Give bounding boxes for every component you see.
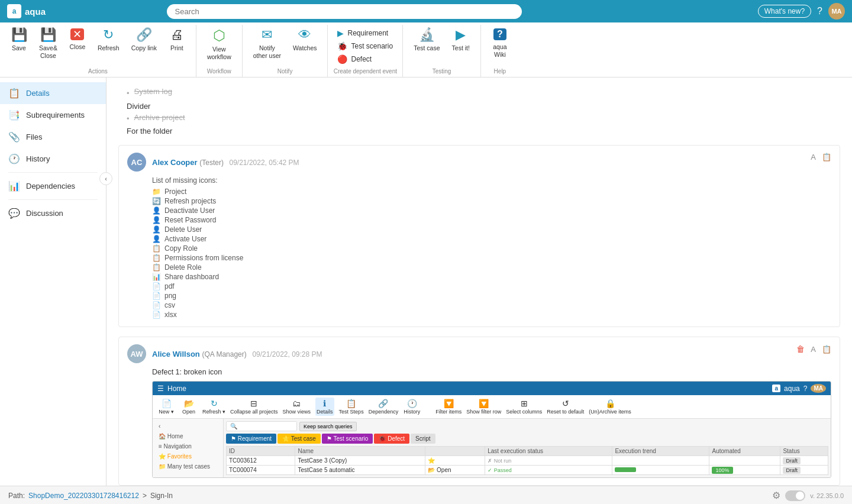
path-page: Sign-In	[150, 492, 173, 500]
watches-icon: 👁	[298, 28, 311, 41]
screenshot-tabs: ⚑ Requirement ⭐ Test case ⚑ Test scenari…	[226, 434, 828, 444]
ss-many-test-cases-item[interactable]: 📁 Many test cases	[155, 461, 221, 471]
close-button[interactable]: ✕ Close	[64, 25, 91, 63]
create-test-scenario-button[interactable]: 🐞 Test scenario	[335, 40, 395, 52]
ss-dependency-button[interactable]: 🔗 Dependency	[369, 399, 399, 415]
ss-archive-button[interactable]: 🔒 (Un)Archive items	[589, 399, 631, 415]
sidebar-item-files[interactable]: 📎 Files	[0, 126, 106, 148]
ss-open-button[interactable]: 📂 Open	[180, 399, 198, 415]
app-name: aqua	[25, 7, 46, 17]
list-item: 🔄Refresh projects	[152, 196, 831, 206]
sidebar-item-details[interactable]: 📋 Details	[0, 82, 106, 104]
test-it-button[interactable]: ▶ Test it!	[447, 25, 475, 64]
comment-edit-mode-button-2[interactable]: 📋	[821, 343, 832, 355]
comment-body-1: List of missing icons: 📁Project 🔄Refresh…	[152, 176, 831, 319]
create-defect-button[interactable]: 🔴 Defect	[335, 53, 395, 65]
sidebar-label-discussion: Discussion	[26, 209, 63, 218]
sidebar-item-discussion[interactable]: 💬 Discussion	[0, 202, 106, 224]
comment-edit-mode-button-1[interactable]: 📋	[821, 151, 832, 163]
notify-other-user-button[interactable]: ✉ Notifyother user	[248, 25, 286, 71]
ss-history-button[interactable]: 🕐 History	[403, 399, 421, 415]
ss-favorites-item[interactable]: ⭐ Favorites	[155, 451, 221, 461]
ss-tab-testcase[interactable]: ⭐ Test case	[277, 434, 321, 444]
list-item: 📄xlsx	[152, 310, 831, 319]
copy-icon: 🔗	[136, 28, 152, 41]
ribbon-group-actions: 💾 Save 💾 Save&Close ✕ Close ↻ Refresh 🔗 …	[0, 25, 196, 77]
list-item: 📊Share dashboard	[152, 272, 831, 282]
ss-filter-items-button[interactable]: 🔽 Filter items	[435, 399, 462, 415]
sidebar-item-history[interactable]: 🕐 History	[0, 148, 106, 170]
ribbon-group-notify: ✉ Notifyother user 👁 Watches Notify	[243, 25, 328, 77]
ss-open-icon: 📂	[184, 399, 194, 408]
ss-collapse-button[interactable]: ⊟ Collapse all projects	[230, 399, 278, 415]
ss-details-button[interactable]: ℹ Details	[315, 398, 334, 416]
test-case-button[interactable]: 🔬 Test case	[409, 25, 444, 64]
ss-tab-script[interactable]: Script	[411, 434, 435, 444]
aqua-wiki-button[interactable]: ? aquaWiki	[487, 25, 513, 70]
settings-icon[interactable]: ⚙	[772, 490, 780, 501]
view-workflow-button[interactable]: ⬡ Viewworkflow	[202, 25, 236, 72]
ss-tab-requirement[interactable]: ⚑ Requirement	[226, 434, 276, 444]
list-item: 📋Permissions from license	[152, 253, 831, 263]
create-requirement-button[interactable]: ▶ Requirement	[335, 27, 395, 39]
ss-select-columns-button[interactable]: ⊞ Select columns	[506, 399, 542, 415]
comment-time-1: 09/21/2022, 05:42 PM	[230, 159, 299, 167]
sidebar-label-details: Details	[26, 89, 50, 98]
ss-avatar-icon: MA	[811, 384, 826, 393]
avatar[interactable]: MA	[828, 3, 845, 20]
path-link[interactable]: ShopDemo_202203301728416212	[28, 492, 139, 500]
ss-new-button[interactable]: 📄 New ▾	[157, 399, 175, 415]
history-icon: 🕐	[8, 153, 20, 164]
screenshot-table: ID Name Last execution status Execution …	[226, 446, 828, 475]
print-button[interactable]: 🖨 Print	[164, 25, 190, 64]
ss-back-button[interactable]: ‹	[155, 421, 221, 431]
sidebar-item-dependencies[interactable]: 📊 Dependencies	[0, 175, 106, 197]
search-container	[167, 4, 522, 19]
folder-label: For the folder	[127, 127, 840, 135]
comment-body-title-1: List of missing icons:	[152, 176, 831, 185]
ss-reset-default-button[interactable]: ↺ Reset to default	[547, 399, 584, 415]
whats-new-button[interactable]: What's new?	[758, 5, 811, 18]
ss-keep-search-button[interactable]: Keep search queries	[299, 422, 357, 431]
test-case-icon: 🔬	[419, 28, 435, 41]
list-item: 👤Reset Password	[152, 215, 831, 225]
ribbon-group-workflow: ⬡ Viewworkflow Workflow	[196, 25, 243, 77]
watches-button[interactable]: 👁 Watches	[288, 25, 321, 64]
list-icon: 👤	[152, 206, 161, 215]
topbar-right: What's new? ? MA	[758, 3, 845, 20]
list-icon: 👤	[152, 225, 161, 234]
ss-teststeps-button[interactable]: 📋 Test Steps	[339, 399, 364, 415]
comment-edit-text-button-2[interactable]: A	[809, 343, 817, 355]
ss-help-icon: ?	[803, 385, 808, 393]
logo-icon: a	[7, 4, 21, 18]
save-button[interactable]: 💾 Save	[6, 25, 32, 64]
search-input[interactable]	[167, 4, 522, 19]
ss-search-input[interactable]	[226, 421, 297, 431]
comment-actions-2: 🗑 A 📋	[795, 343, 832, 355]
sidebar-item-subrequirements[interactable]: 📑 Subrequirements	[0, 104, 106, 126]
comment-header-2: AW Alice Willson (QA Manager) 09/21/2022…	[127, 344, 831, 363]
wiki-icon: ?	[493, 28, 506, 40]
help-icon[interactable]: ?	[817, 6, 822, 17]
comment-edit-text-button-1[interactable]: A	[809, 151, 817, 163]
sidebar-divider	[8, 172, 98, 173]
sidebar-collapse-button[interactable]: ‹	[99, 172, 112, 185]
ss-select-columns-icon: ⊞	[521, 399, 528, 408]
comment-delete-button-2[interactable]: 🗑	[795, 343, 806, 355]
status-bar: Path: ShopDemo_202203301728416212 > Sign…	[0, 486, 852, 504]
screenshot-ribbon: 📄 New ▾ 📂 Open ↻ Refresh ▾ ⊟	[153, 395, 831, 419]
ss-navigation-item[interactable]: ≡ Navigation	[155, 441, 221, 451]
copy-link-button[interactable]: 🔗 Copy link	[127, 25, 162, 64]
save-close-button[interactable]: 💾 Save&Close	[34, 25, 62, 71]
ss-tab-defect[interactable]: 🐞 Defect	[374, 434, 409, 444]
toggle-switch[interactable]	[785, 490, 805, 501]
close-icon: ✕	[70, 28, 84, 40]
col-exec-status: Last execution status	[485, 447, 612, 456]
ss-refresh-button[interactable]: ↻ Refresh ▾	[202, 399, 225, 415]
ss-showviews-button[interactable]: 🗂 Show views	[283, 399, 311, 415]
refresh-button[interactable]: ↻ Refresh	[93, 25, 124, 64]
ss-show-filter-row-button[interactable]: 🔽 Show filter row	[466, 399, 501, 415]
app-logo[interactable]: a aqua	[7, 4, 46, 18]
ss-home-item[interactable]: 🏠 Home	[155, 431, 221, 441]
ss-tab-testscenario[interactable]: ⚑ Test scenario	[322, 434, 373, 444]
